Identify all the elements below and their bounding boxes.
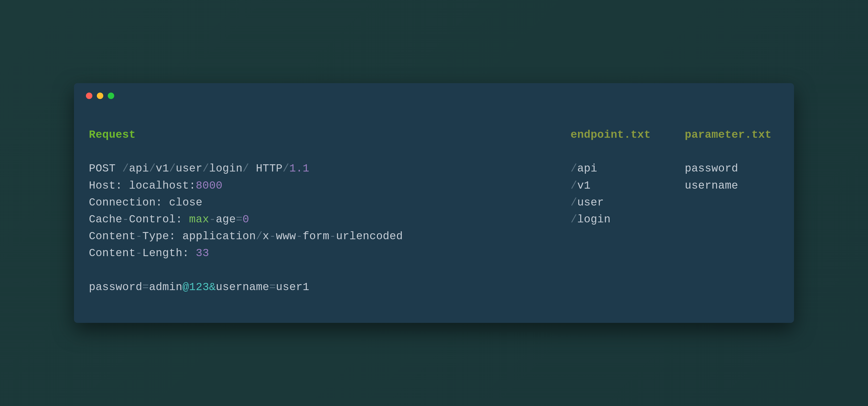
path-segment: login xyxy=(209,162,243,175)
body-special: @123& xyxy=(183,281,216,293)
blank-line xyxy=(685,143,779,160)
endpoint-segment: api xyxy=(577,162,597,175)
parameter-heading: parameter.txt xyxy=(685,126,779,143)
endpoint-segment: login xyxy=(577,213,611,226)
request-column: Request POST /api/v1/user/login/ HTTP/1.… xyxy=(89,126,561,295)
dash: - xyxy=(135,247,142,259)
zero-value: 0 xyxy=(243,213,249,226)
x-word: x xyxy=(263,230,269,243)
dash: - xyxy=(269,230,276,243)
path-slash: / xyxy=(283,162,289,175)
max-word: max xyxy=(189,213,209,226)
path-segment: v1 xyxy=(156,162,169,175)
parameter-item: username xyxy=(685,177,779,194)
equals: = xyxy=(142,281,149,293)
equals: = xyxy=(269,281,276,293)
body-key: username xyxy=(216,281,269,293)
slash: / xyxy=(570,162,577,175)
content-length-header: Content-Length: 33 xyxy=(89,245,561,261)
dash: - xyxy=(296,230,303,243)
blank-line xyxy=(89,262,561,279)
close-icon[interactable] xyxy=(86,93,92,99)
length-value: 33 xyxy=(196,247,209,259)
host-port: 8000 xyxy=(196,180,222,192)
form-word: form xyxy=(303,230,330,243)
type-word: Type: application xyxy=(142,230,256,243)
slash: / xyxy=(570,180,577,192)
code-content: Request POST /api/v1/user/login/ HTTP/1.… xyxy=(74,99,794,295)
endpoint-item: /login xyxy=(570,211,675,228)
path-slash: / xyxy=(149,162,156,175)
dash: - xyxy=(135,230,142,243)
blank-line xyxy=(570,143,675,160)
age-word: age xyxy=(216,213,236,226)
body-value: admin xyxy=(149,281,183,293)
path-segment: user xyxy=(176,162,203,175)
request-line: POST /api/v1/user/login/ HTTP/1.1 xyxy=(89,160,561,177)
cache-control-header: Cache-Control: max-age=0 xyxy=(89,211,561,228)
body-value: user1 xyxy=(276,281,309,293)
code-window: Request POST /api/v1/user/login/ HTTP/1.… xyxy=(74,83,794,323)
slash: / xyxy=(570,196,577,209)
dash: - xyxy=(330,230,336,243)
cache-word: Cache xyxy=(89,213,122,226)
endpoint-item: /user xyxy=(570,194,675,211)
slash: / xyxy=(570,213,577,226)
dash: - xyxy=(122,213,129,226)
equals: = xyxy=(236,213,243,226)
dash: - xyxy=(209,213,216,226)
body-key: password xyxy=(89,281,142,293)
slash: / xyxy=(256,230,263,243)
parameter-column: parameter.txt password username xyxy=(675,126,779,295)
control-word: Control: xyxy=(129,213,189,226)
connection-header: Connection: close xyxy=(89,194,561,211)
content-word: Content xyxy=(89,230,135,243)
request-body: password=admin@123&username=user1 xyxy=(89,279,561,295)
path-slash: / xyxy=(169,162,176,175)
request-heading: Request xyxy=(89,126,561,143)
window-titlebar xyxy=(74,83,794,99)
path-slash: / xyxy=(243,162,249,175)
host-header: Host: localhost:8000 xyxy=(89,177,561,194)
http-method: POST xyxy=(89,162,122,175)
endpoint-segment: user xyxy=(577,196,604,209)
blank-line xyxy=(89,143,561,160)
path-slash: / xyxy=(203,162,209,175)
content-word: Content xyxy=(89,247,135,259)
http-version: 1.1 xyxy=(289,162,309,175)
endpoint-segment: v1 xyxy=(577,180,591,192)
endpoint-column: endpoint.txt /api /v1 /user /login xyxy=(561,126,675,295)
www-word: www xyxy=(276,230,296,243)
path-slash: / xyxy=(122,162,129,175)
content-type-header: Content-Type: application/x-www-form-url… xyxy=(89,228,561,245)
minimize-icon[interactable] xyxy=(97,93,103,99)
length-word: Length: xyxy=(142,247,196,259)
parameter-item: password xyxy=(685,160,779,177)
urlencoded-word: urlencoded xyxy=(336,230,403,243)
endpoint-item: /v1 xyxy=(570,177,675,194)
endpoint-item: /api xyxy=(570,160,675,177)
path-segment: api xyxy=(129,162,149,175)
endpoint-heading: endpoint.txt xyxy=(570,126,675,143)
http-word: HTTP xyxy=(249,162,283,175)
maximize-icon[interactable] xyxy=(108,93,114,99)
host-label: Host: localhost: xyxy=(89,180,196,192)
